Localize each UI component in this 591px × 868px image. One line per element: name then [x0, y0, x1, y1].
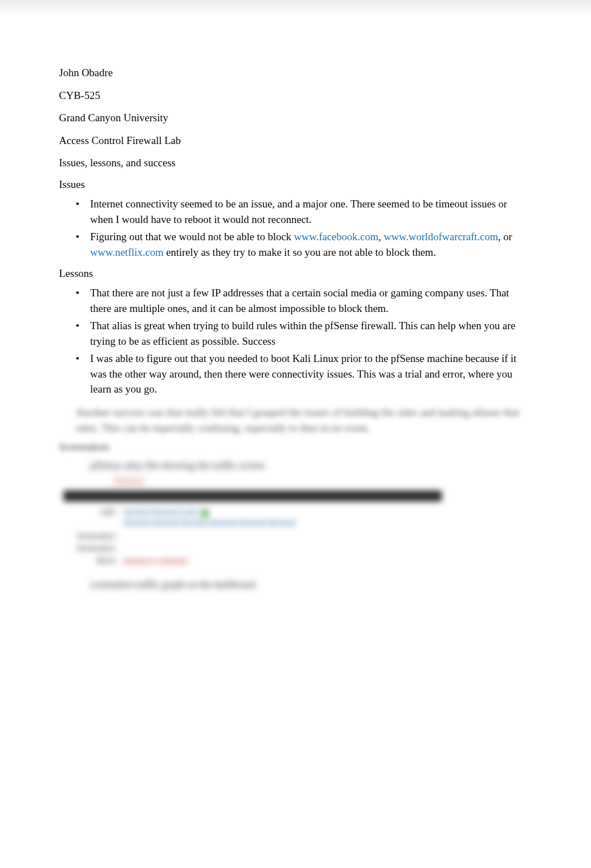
lessons-heading: Lessons — [59, 267, 532, 280]
form-value-block: blocked in blocked — [124, 556, 441, 567]
form-label-ip: Destination — [62, 544, 124, 553]
form-row-block: Block blocked in blocked — [62, 556, 441, 567]
form-value-path-line1: blocked blocked (net) — [124, 508, 198, 517]
form-label-block: Block — [62, 556, 124, 565]
form-value-path: blocked blocked (net) blocked blocked bl… — [124, 507, 441, 528]
screenshots-item-1: pfSense alias file showing the traffic s… — [59, 459, 532, 473]
issues-item-2-sep1: , — [378, 231, 384, 242]
check-icon — [201, 509, 209, 517]
form-value-path-line2: blocked blocked blocked blocked blocked … — [124, 518, 296, 527]
screenshot-form-area: path blocked blocked (net) blocked block… — [62, 507, 441, 567]
issues-item-1-text: Internet connectivity seemed to be an is… — [90, 198, 507, 225]
lessons-item-3: I was able to figure out that you needed… — [73, 351, 532, 397]
form-row-ip: Destination — [62, 544, 441, 553]
screenshot-dark-bar — [63, 490, 442, 502]
worldofwarcraft-link[interactable]: www.worldofwarcraft.com — [384, 231, 499, 242]
issues-item-2: Figuring out that we would not be able t… — [73, 229, 532, 260]
screenshots-heading: Screenshots — [59, 441, 532, 453]
lessons-list: That there are not just a few IP address… — [59, 285, 532, 397]
issues-heading: Issues — [59, 178, 532, 191]
issues-item-1: Internet connectivity seemed to be an is… — [73, 196, 532, 227]
lessons-item-1: That there are not just a few IP address… — [73, 285, 532, 316]
netflix-link[interactable]: www.netflix.com — [90, 246, 164, 258]
form-label-path: path — [62, 507, 124, 516]
document-page: John Obadre CYB-525 Grand Canyon Univers… — [0, 16, 591, 614]
screenshots-item-2: screenshot traffic graph on the dashboar… — [59, 578, 532, 592]
page-top-shadow — [0, 0, 591, 16]
document-subtitle: Issues, lessons, and success — [59, 156, 532, 171]
issues-item-2-text-after: entirely as they try to make it so you a… — [164, 246, 436, 258]
author-name: John Obadre — [59, 66, 532, 81]
document-title: Access Control Firewall Lab — [59, 133, 532, 148]
university-name: Grand Canyon University — [59, 111, 532, 126]
screenshots-red-label: blocked — [59, 476, 532, 486]
lessons-item-2: That alias is great when trying to build… — [73, 318, 532, 349]
lessons-blurred-item: Another success was that really felt tha… — [59, 405, 532, 435]
issues-item-2-sep2: , or — [498, 231, 512, 242]
form-row-path: path blocked blocked (net) blocked block… — [62, 507, 441, 528]
form-row-dns: Destination — [62, 532, 441, 540]
issues-list: Internet connectivity seemed to be an is… — [59, 196, 532, 260]
form-label-dns: Destination — [62, 532, 124, 540]
issues-item-2-text-before: Figuring out that we would not be able t… — [90, 231, 294, 242]
course-code: CYB-525 — [59, 88, 532, 103]
facebook-link[interactable]: www.facebook.com — [294, 231, 378, 242]
